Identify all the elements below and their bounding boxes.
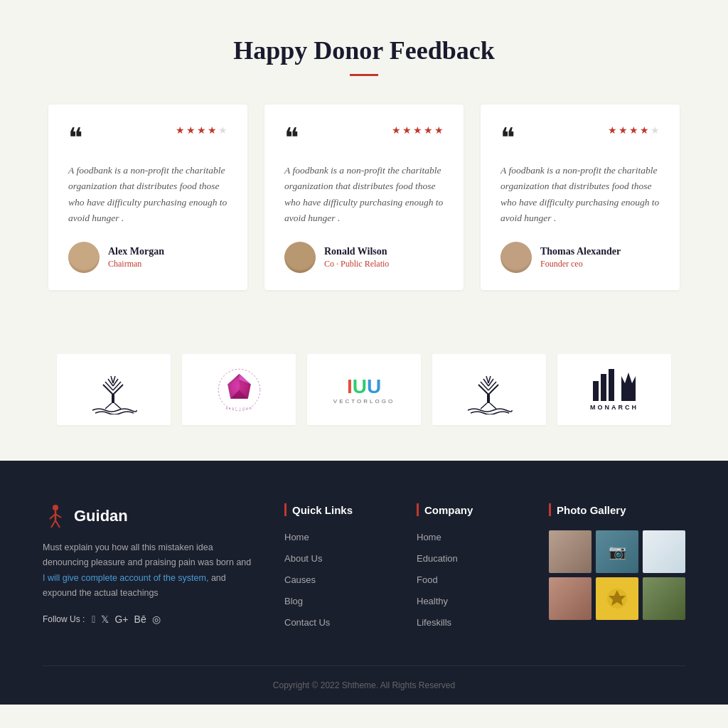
quick-link-blog-anchor[interactable]: Blog	[284, 596, 303, 606]
bar-3	[609, 369, 614, 401]
avatar-1	[68, 242, 100, 273]
stars-2: ★ ★ ★ ★ ★	[392, 124, 444, 136]
star-1: ★	[608, 124, 617, 136]
section-title: Happy Donor Feedback	[43, 36, 685, 65]
quote-icon-3: ❝	[500, 124, 515, 151]
star-4: ★	[208, 124, 217, 136]
star-3: ★	[413, 124, 422, 136]
gallery-thumb-4[interactable]	[549, 577, 592, 620]
company-title: Company	[417, 503, 520, 516]
gallery-thumb-3[interactable]	[643, 530, 685, 573]
footer: Guidan Must explain you how all this mis…	[0, 461, 728, 705]
author-title-3: Founder ceo	[540, 259, 621, 269]
company-link-lifeskills-anchor[interactable]: Lifeskills	[417, 617, 451, 628]
card-text-2: A foodbank is a non-profit the charitabl…	[284, 163, 444, 226]
star-2: ★	[619, 124, 628, 136]
svg-line-4	[113, 382, 121, 390]
svg-line-29	[490, 403, 496, 409]
google-plus-icon[interactable]: G+	[114, 614, 128, 625]
monarch-text: MONARCH	[590, 404, 638, 411]
quick-link-home-anchor[interactable]: Home	[284, 532, 309, 542]
company-link-food[interactable]: Food	[417, 573, 520, 586]
feedback-card-1: ❝ ★ ★ ★ ★ ★ A foodbank is a non-profit t…	[48, 105, 247, 290]
svg-rect-0	[112, 395, 114, 403]
social-icons:  𝕏 G+ Bē ◎	[92, 614, 160, 625]
partner-gem: BEST LOGO	[182, 354, 296, 425]
follow-row: Follow Us :  𝕏 G+ Bē ◎	[43, 614, 256, 625]
partner-iuu: IUU VECTORLOGO	[307, 354, 421, 425]
guidan-logo-icon	[43, 503, 68, 529]
star-5-empty: ★	[651, 124, 660, 136]
iuu-text: IUU	[333, 375, 395, 398]
card-author-3: Thomas Alexander Founder ceo	[500, 242, 660, 273]
behance-icon[interactable]: Bē	[134, 614, 146, 625]
company-link-home-anchor[interactable]: Home	[417, 532, 441, 542]
footer-description: Must explain you how all this mistaken i…	[43, 540, 256, 601]
facebook-icon[interactable]: 	[92, 614, 95, 625]
author-name-3: Thomas Alexander	[540, 246, 621, 257]
company-link-healthy-anchor[interactable]: Healthy	[417, 596, 448, 606]
avatar-2	[284, 242, 316, 273]
twitter-icon[interactable]: 𝕏	[101, 614, 109, 625]
footer-brand: Guidan Must explain you how all this mis…	[43, 503, 256, 637]
partners-section: AQUATREE BE	[0, 333, 728, 461]
company-link-home[interactable]: Home	[417, 530, 520, 543]
card-top-3: ❝ ★ ★ ★ ★ ★	[500, 124, 660, 151]
author-title-2: Co · Public Relatio	[324, 259, 389, 269]
card-author-2: Ronald Wilson Co · Public Relatio	[284, 242, 444, 273]
follow-label: Follow Us :	[43, 614, 85, 624]
svg-line-9	[105, 403, 112, 409]
author-name-2: Ronald Wilson	[324, 246, 389, 257]
footer-quick-links: Quick Links Home About Us Causes Blog Co…	[284, 503, 388, 637]
card-top-2: ❝ ★ ★ ★ ★ ★	[284, 124, 444, 151]
star-2: ★	[402, 124, 412, 136]
gallery-thumb-2[interactable]: 📷	[596, 530, 638, 573]
quick-link-causes[interactable]: Causes	[284, 573, 388, 586]
copyright-text: Copyright © 2022 Shtheme. All Rights Res…	[273, 680, 455, 690]
instagram-icon[interactable]: ◎	[152, 614, 161, 625]
quick-link-blog[interactable]: Blog	[284, 594, 388, 607]
company-link-education-anchor[interactable]: Education	[417, 553, 458, 564]
svg-line-3	[105, 382, 113, 390]
svg-point-32	[53, 505, 58, 510]
gallery-thumb-6[interactable]	[643, 577, 685, 620]
partner-monarch: MONARCH	[557, 354, 671, 425]
stars-1: ★ ★ ★ ★ ★	[176, 124, 228, 136]
star-4: ★	[424, 124, 433, 136]
star-5: ★	[434, 124, 444, 136]
company-link-education[interactable]: Education	[417, 552, 520, 564]
quick-link-contact[interactable]: Contact Us	[284, 616, 388, 628]
quick-link-about[interactable]: About Us	[284, 552, 388, 564]
company-link-lifeskills[interactable]: Lifeskills	[417, 616, 520, 628]
svg-line-1	[103, 385, 113, 395]
gallery-thumb-1[interactable]	[549, 530, 592, 573]
quick-link-causes-anchor[interactable]: Causes	[284, 574, 316, 585]
photo-gallery-grid: 📷	[549, 530, 685, 620]
company-link-healthy[interactable]: Healthy	[417, 594, 520, 607]
svg-line-20	[478, 385, 488, 395]
footer-photo-gallery: Photo Gallery 📷	[549, 503, 685, 637]
svg-line-22	[481, 382, 488, 390]
partners-row: AQUATREE BE	[43, 354, 685, 425]
card-top-1: ❝ ★ ★ ★ ★ ★	[68, 124, 228, 151]
svg-line-37	[55, 520, 60, 528]
gallery-thumb-5[interactable]	[596, 577, 638, 620]
feedback-section: Happy Donor Feedback ❝ ★ ★ ★ ★ ★ A foodb…	[0, 0, 728, 333]
star-3: ★	[197, 124, 206, 136]
footer-logo: Guidan	[43, 503, 256, 529]
partner-aquatree-2: AQUATREE	[432, 354, 546, 425]
svg-line-8	[113, 376, 115, 383]
star-3: ★	[629, 124, 638, 136]
card-text-1: A foodbank is a non-profit the charitabl…	[68, 163, 228, 226]
svg-line-2	[113, 385, 123, 395]
company-link-food-anchor[interactable]: Food	[417, 574, 438, 585]
card-author-1: Alex Morgan Chairman	[68, 242, 228, 273]
svg-text:BEST LOGO: BEST LOGO	[225, 407, 252, 410]
footer-desc-link-1[interactable]: I will give complete account of the syst…	[43, 573, 208, 583]
quick-link-about-anchor[interactable]: About Us	[284, 553, 322, 564]
quick-link-home[interactable]: Home	[284, 530, 388, 543]
card-text-3: A foodbank is a non-profit the charitabl…	[500, 163, 660, 226]
svg-marker-31	[621, 373, 636, 401]
bar-2	[601, 374, 606, 401]
quick-link-contact-anchor[interactable]: Contact Us	[284, 617, 330, 628]
